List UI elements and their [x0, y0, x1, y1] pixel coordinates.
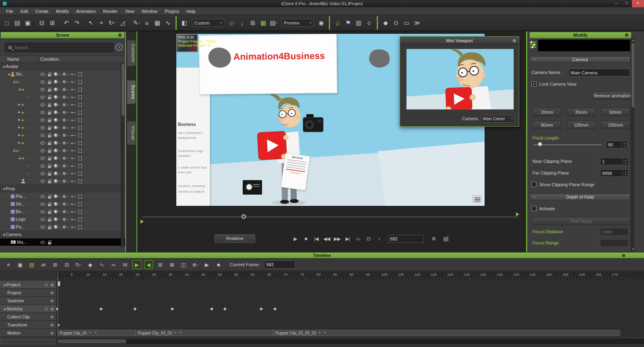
lock-toggle-icon[interactable] — [48, 195, 51, 199]
new-project-icon[interactable]: □ — [2, 17, 12, 29]
focal-length-slider[interactable] — [533, 144, 602, 145]
first-frame-button[interactable]: |◀ — [312, 234, 320, 243]
add-track-icon[interactable]: ⊞ — [51, 260, 60, 269]
track-list-icon[interactable]: ≡ — [4, 260, 13, 269]
toggle-track-icon[interactable]: ⊙ — [45, 282, 48, 287]
avatar-toggle-icon[interactable]: ▾ — [62, 218, 68, 221]
focus-range-input[interactable] — [601, 240, 628, 246]
avatar-toggle-icon[interactable]: ▾ — [62, 179, 68, 183]
tab-visual[interactable]: Visual — [127, 121, 136, 145]
dash-toggle-icon[interactable]: ▾ — [71, 73, 76, 76]
dash-toggle-icon[interactable]: ▾ — [71, 142, 76, 144]
avatar-toggle-icon[interactable]: ▾ — [62, 202, 68, 206]
export-media-icon[interactable]: ⊞ — [47, 17, 58, 29]
lock-toggle-icon[interactable] — [48, 95, 51, 99]
menu-item-help[interactable]: Help — [183, 7, 199, 15]
eye-toggle-icon[interactable] — [40, 218, 45, 221]
tree-row-prop[interactable]: ◢Prop — [0, 185, 125, 193]
page-toggle-icon[interactable] — [78, 111, 82, 115]
far-clipping-spinner[interactable]: ▴▾ — [623, 170, 628, 177]
tree-row-logo[interactable]: Logo▾▾▾ — [0, 216, 125, 223]
track-lane[interactable] — [56, 281, 644, 288]
show-clipping-checkbox[interactable] — [531, 182, 537, 187]
track-lane[interactable] — [56, 313, 644, 320]
tree-row[interactable]: ◢∞▾▾▾ — [0, 154, 125, 162]
expand-arrow-icon[interactable]: ◢ — [2, 187, 6, 190]
motion-clip[interactable]: Puppet Clip_02_01✎✎ — [136, 330, 273, 336]
menu-item-render[interactable]: Render — [99, 7, 121, 15]
focal-length-spinner[interactable]: ▴▾ — [621, 141, 627, 148]
stop-button[interactable]: ■ — [301, 234, 310, 243]
fit-view-icon[interactable]: ⊞ — [248, 17, 258, 29]
lock-toggle-icon[interactable] — [48, 156, 51, 160]
dash-toggle-icon[interactable]: ▾ — [71, 111, 76, 114]
play-button[interactable]: ▶ — [291, 234, 299, 243]
dope-sheet-icon[interactable]: ◆ — [86, 260, 95, 269]
camera-name-field[interactable] — [569, 69, 630, 76]
near-clipping-input[interactable] — [601, 158, 623, 165]
track-lane[interactable]: Puppet Clip_01✎✎Puppet Clip_02_01✎✎Puppe… — [56, 329, 644, 337]
lock-toggle-icon[interactable] — [48, 103, 51, 107]
audio-button[interactable]: ♪ — [375, 234, 383, 243]
timeline-playhead[interactable] — [58, 271, 58, 337]
eye-toggle-icon[interactable] — [40, 73, 45, 76]
page-toggle-icon[interactable] — [78, 156, 82, 160]
select-tool-icon[interactable]: ↖ — [86, 17, 96, 29]
content-folder-icon[interactable]: ▭ — [401, 17, 412, 29]
avatar-toggle-icon[interactable]: ▾ — [62, 95, 68, 99]
tree-row-str[interactable]: ◢Str...▾▾▾ — [0, 70, 125, 78]
search-input[interactable] — [14, 45, 113, 50]
scene-scrollbar-thumb[interactable] — [122, 64, 124, 116]
keyframe-diamond[interactable]: ◆ — [171, 306, 174, 311]
dash-toggle-icon[interactable]: ▾ — [71, 164, 76, 167]
dash-toggle-icon[interactable]: ▾ — [71, 226, 76, 228]
toggle-track-icon[interactable]: ⊙ — [45, 306, 48, 312]
playhead-grip[interactable] — [58, 281, 60, 286]
motion-clip[interactable]: Puppet Clip_02_02_01✎✎ — [273, 330, 620, 336]
expand-arrow-icon[interactable]: ◢ — [17, 88, 21, 91]
expand-arrow-icon[interactable]: ◢ — [7, 72, 11, 76]
collect-clip-icon[interactable]: ▤ — [27, 260, 36, 269]
sphere-toggle-icon[interactable]: ▾ — [54, 88, 60, 91]
far-clipping-field[interactable]: ▴▾ — [600, 169, 628, 177]
keyframe-diamond[interactable]: ◆ — [99, 306, 103, 311]
focal-length-slider-thumb[interactable] — [538, 142, 542, 146]
tree-row-sit[interactable]: Sit...▾▾▾ — [0, 200, 125, 208]
tree-row[interactable]: ▾▾▾ — [0, 177, 125, 185]
timeline-hscrollbar-thumb[interactable] — [58, 339, 126, 343]
camera-record-icon[interactable]: ◉ — [316, 17, 326, 29]
avatar-toggle-icon[interactable]: ▾ — [62, 118, 68, 122]
tree-row-ma[interactable]: Ma... — [0, 238, 125, 246]
page-toggle-icon[interactable] — [78, 179, 82, 183]
tree-row[interactable]: ◢∞▾▾▾ — [0, 78, 125, 86]
focal-length-field[interactable]: ▴▾ — [606, 141, 627, 148]
next-frame-button[interactable]: ▶▶ — [333, 234, 341, 243]
sphere-toggle-icon[interactable]: ▾ — [54, 126, 60, 129]
tree-row-avatar[interactable]: ◢Avatar — [0, 63, 125, 70]
lock-camera-checkbox[interactable]: ✓ — [531, 81, 537, 86]
near-clipping-spinner[interactable]: ▴▾ — [623, 158, 628, 165]
modify-scrollbar-thumb[interactable] — [632, 43, 634, 107]
home-view-icon[interactable]: ⌂▾ — [227, 17, 237, 29]
undo-icon[interactable]: ↶ — [61, 17, 72, 29]
tree-row[interactable]: ○▾▾▾ — [0, 162, 125, 170]
expand-arrow-icon[interactable]: ◢ — [2, 233, 6, 236]
lock-toggle-icon[interactable] — [48, 80, 51, 84]
focal-50mm-button[interactable]: 50mm — [601, 108, 630, 116]
focus-range-field[interactable] — [600, 239, 628, 247]
camera-section-bar[interactable]: − Camera — [530, 56, 630, 63]
lock-toggle-icon[interactable] — [48, 72, 51, 76]
scroll-up-icon[interactable]: ▲ — [631, 38, 635, 42]
remove-track-icon[interactable]: ⊗ — [50, 306, 54, 312]
tree-row[interactable]: ○▾▾▾ — [0, 93, 125, 101]
track-label-cell[interactable]: Motion⊗ — [0, 329, 56, 337]
track-label-cell[interactable]: Transform⊗ — [0, 321, 56, 329]
tree-row[interactable]: ▶∞▾▾▾ — [0, 116, 125, 124]
page-toggle-icon[interactable] — [78, 225, 82, 229]
collapse-icon[interactable]: − — [533, 194, 536, 200]
mark-icon[interactable]: M — [121, 260, 130, 269]
close-icon[interactable]: ⊗ — [625, 32, 629, 38]
expand-arrow-icon[interactable]: ▶ — [17, 103, 21, 106]
dash-toggle-icon[interactable]: ▾ — [71, 103, 76, 106]
eye-toggle-icon[interactable] — [40, 157, 45, 160]
